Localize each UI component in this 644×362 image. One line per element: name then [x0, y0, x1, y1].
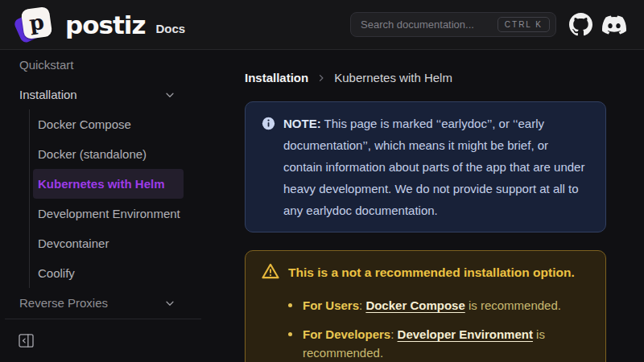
sidebar-item-label: Docker (standalone): [38, 147, 147, 161]
breadcrumb-section[interactable]: Installation: [245, 71, 308, 84]
header-icon-links: [568, 13, 626, 37]
warning-bullet-text: For Developers: Developer Environment is…: [303, 325, 589, 362]
list-item: For Developers: Developer Environment is…: [262, 325, 589, 362]
bullet-dot: [288, 303, 292, 307]
logo-white-square: p: [21, 6, 53, 39]
chevron-down-icon: [164, 89, 175, 101]
bullet-dot: [288, 332, 292, 336]
sidebar-item-coolify[interactable]: Coolify: [33, 258, 184, 288]
sidebar-item-label: Development Environment: [38, 207, 180, 220]
product-name: Docs: [155, 22, 185, 35]
note-callout: NOTE: This page is marked ‘‘earlydoc’’, …: [245, 101, 606, 232]
sidebar-item-label: Docker Compose: [38, 117, 131, 131]
warning-header: This is a not a recommended installation…: [262, 263, 589, 282]
content-area: Installation Kubernetes with Helm NOTE: …: [206, 50, 644, 362]
postiz-logo-icon: p: [16, 6, 55, 44]
warning-bullet-list: For Users: Docker Compose is recommended…: [262, 296, 589, 362]
bullet-separator: :: [390, 327, 397, 341]
warning-triangle-icon: [262, 263, 279, 282]
info-icon: [262, 117, 275, 221]
sidebar-group-installation[interactable]: Installation: [0, 80, 206, 109]
sidebar-item-kubernetes-with-helm[interactable]: Kubernetes with Helm: [33, 169, 184, 199]
github-icon[interactable]: [568, 13, 592, 37]
breadcrumb-page: Kubernetes with Helm: [334, 71, 452, 84]
bullet-label: For Developers: [303, 327, 390, 341]
search-bar[interactable]: CTRL K: [350, 12, 556, 37]
sidebar-item-docker-compose[interactable]: Docker Compose: [33, 109, 184, 139]
note-label: NOTE:: [283, 117, 321, 130]
list-item: For Users: Docker Compose is recommended…: [262, 296, 589, 315]
postiz-logo[interactable]: p postiz Docs: [16, 6, 185, 44]
note-body-text: This page is marked ‘‘earlydoc’’, or ‘‘e…: [283, 117, 584, 217]
sidebar-item-docker-standalone[interactable]: Docker (standalone): [33, 139, 184, 169]
sidebar-nav: Quickstart Installation Docker Compose D…: [0, 50, 206, 362]
collapse-sidebar-icon[interactable]: [17, 332, 35, 348]
top-header: p postiz Docs CTRL K: [0, 0, 644, 50]
sidebar-group-label: Installation: [19, 88, 77, 101]
installation-sublist: Docker Compose Docker (standalone) Kuber…: [29, 109, 206, 288]
logo-letter: p: [27, 9, 45, 35]
sidebar-divider: [5, 319, 201, 319]
brand-wordmark: postiz: [65, 10, 145, 39]
sidebar-item-label: Kubernetes with Helm: [38, 177, 165, 191]
warning-callout: This is a not a recommended installation…: [245, 250, 606, 362]
sidebar-item-devcontainer[interactable]: Devcontainer: [33, 228, 184, 258]
sidebar-item-label: Quickstart: [19, 58, 74, 72]
search-input[interactable]: [361, 19, 497, 31]
sidebar-group-reverse-proxies[interactable]: Reverse Proxies: [0, 288, 206, 318]
docker-compose-link[interactable]: Docker Compose: [365, 298, 464, 312]
note-text: NOTE: This page is marked ‘‘earlydoc’’, …: [283, 113, 589, 221]
breadcrumb: Installation Kubernetes with Helm: [245, 71, 606, 84]
discord-icon[interactable]: [602, 13, 626, 37]
warning-bullet-text: For Users: Docker Compose is recommended…: [303, 296, 561, 315]
sidebar-item-quickstart[interactable]: Quickstart: [0, 50, 206, 80]
sidebar-item-label: Coolify: [38, 266, 75, 280]
developer-environment-link[interactable]: Developer Environment: [398, 327, 533, 341]
warning-title: This is a not a recommended installation…: [288, 265, 575, 280]
chevron-right-icon: [316, 73, 326, 83]
sidebar-item-development-environment[interactable]: Development Environment: [33, 199, 184, 228]
bullet-suffix: is recommended.: [465, 298, 561, 312]
sidebar-item-label: Devcontainer: [38, 237, 109, 250]
bullet-label: For Users: [303, 298, 359, 312]
sidebar-group-label: Reverse Proxies: [19, 296, 108, 310]
search-shortcut-badge: CTRL K: [497, 17, 550, 32]
chevron-down-icon: [164, 298, 175, 309]
